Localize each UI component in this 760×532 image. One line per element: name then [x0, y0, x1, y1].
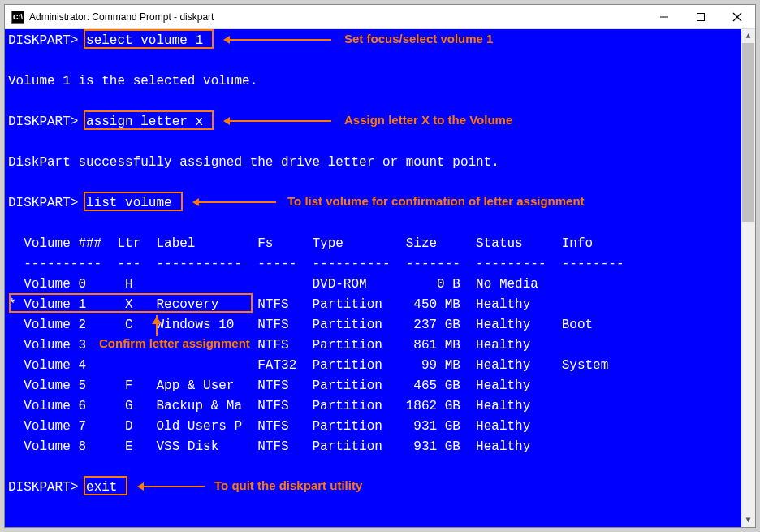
- table-header: Volume ### Ltr Label Fs Type Size Status…: [8, 236, 593, 251]
- prompt: DISKPART>: [8, 33, 78, 48]
- prompt: DISKPART>: [8, 196, 78, 210]
- cmd-exit: exit: [86, 480, 117, 495]
- table-row: Volume 4 FAT32 Partition 99 MB Healthy S…: [8, 358, 608, 373]
- maximize-button[interactable]: [682, 5, 719, 29]
- title-bar[interactable]: C:\ Administrator: Command Prompt - disk…: [5, 5, 755, 29]
- prompt: DISKPART>: [8, 480, 78, 495]
- svg-rect-1: [697, 13, 704, 20]
- vertical-scrollbar[interactable]: ▲ ▼: [741, 29, 755, 527]
- scroll-up-button[interactable]: ▲: [741, 29, 755, 43]
- close-button[interactable]: [719, 5, 755, 29]
- table-divider: ---------- --- ----------- ----- -------…: [8, 257, 624, 271]
- cmd-list-volume: list volume: [86, 196, 172, 210]
- table-row: Volume 8 E VSS Disk NTFS Partition 931 G…: [8, 439, 530, 454]
- cmd-select-volume: select volume 1: [86, 33, 203, 48]
- scroll-thumb[interactable]: [742, 43, 754, 222]
- command-prompt-window: C:\ Administrator: Command Prompt - disk…: [4, 4, 756, 528]
- table-row: Volume 6 G Backup & Ma NTFS Partition 18…: [8, 399, 530, 413]
- window-title: Administrator: Command Prompt - diskpart: [29, 11, 214, 23]
- table-row: Volume 2 C Windows 10 NTFS Partition 237…: [8, 318, 593, 332]
- response-assigned: DiskPart successfully assigned the drive…: [8, 155, 499, 170]
- table-row: Volume 3 NTFS Partition 861 MB Healthy: [8, 338, 530, 353]
- cmd-assign-letter: assign letter x: [86, 115, 203, 129]
- scroll-down-button[interactable]: ▼: [741, 513, 755, 527]
- table-row: Volume 7 D Old Users P NTFS Partition 93…: [8, 419, 530, 434]
- table-row: * Volume 1 X Recovery NTFS Partition 450…: [8, 297, 530, 312]
- table-row: Volume 0 H DVD-ROM 0 B No Media: [8, 277, 538, 292]
- prompt: DISKPART>: [8, 115, 78, 129]
- cmd-icon-label: C:\: [13, 13, 23, 21]
- response-selected: Volume 1 is the selected volume.: [8, 74, 257, 89]
- terminal-area: DISKPART> select volume 1 Volume 1 is th…: [5, 29, 755, 527]
- table-row: Volume 5 F App & User NTFS Partition 465…: [8, 378, 530, 393]
- minimize-button[interactable]: [646, 5, 682, 29]
- terminal-output[interactable]: DISKPART> select volume 1 Volume 1 is th…: [5, 29, 741, 527]
- cmd-icon: C:\: [11, 11, 24, 24]
